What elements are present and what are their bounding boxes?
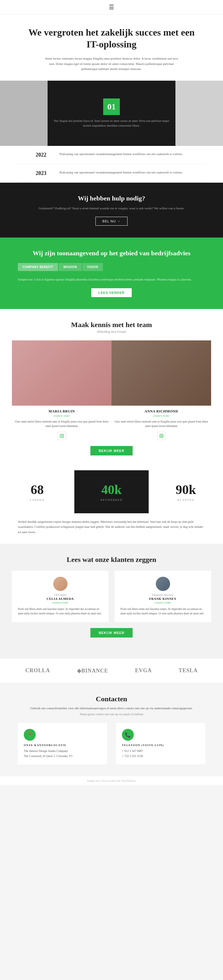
tab-bar: COMPANY BENEFITMISSIONVISION [18,263,205,271]
timeline-item: 2022 Podcasting van operationeel verande… [18,146,205,164]
intro-image-row: 01 Nec feugiat nisi pretium fusce id. Ju… [0,81,223,146]
green-button[interactable]: LEES VERDER [91,288,132,297]
tab-company-benefit[interactable]: COMPANY BENEFIT [18,263,58,271]
hero-title: We vergroten het zakelijk succes met een… [24,26,199,50]
team-member-name: MARIA BRUIN [12,409,111,414]
stat-number: 40k [80,482,143,497]
green-text: Sample text. Click to Egestas egestas fr… [18,277,205,282]
right-texture-image [175,81,223,146]
tab-mission[interactable]: MISSION [59,263,82,271]
stat-label: LANDEN [6,498,68,501]
contact-label: TELEFOON (VASTE LIJN) [122,744,199,747]
testimonial-role: creatieve leider [18,601,103,604]
stat-block: 90k KLANTEN [149,470,223,513]
testimonials-button[interactable]: BEKIJK MEER [90,628,133,638]
contact-title: Contacten [18,695,205,703]
footer-text: Sample text. Click to select the Text El… [87,779,136,782]
stat-number: 90k [155,482,217,497]
stat-block: 40k NETWERKEN [74,470,149,513]
stat-label: KLANTEN [155,498,217,501]
svg-rect-0 [60,434,64,438]
stats-row: 68 LANDEN 40k NETWERKEN 90k KLANTEN [0,470,223,513]
cta-button[interactable]: BEL NU [95,217,127,226]
testimonial-card: CEO bedrif CELIA ALMEDA creatieve leider… [12,571,109,622]
testimonial-text: Proin sed libero enim sed faucibus turpi… [120,607,205,616]
hamburger-icon[interactable]: ☰ [109,4,114,10]
stat-number: 68 [6,482,68,497]
contact-icon: 📞 [122,729,134,741]
team-photo [12,340,111,406]
cta-section: Wij hebben hulp nodig? Gelatteerd! Vindb… [0,183,223,238]
contact-intro: Gebruik ons contactformulier voor alle i… [18,706,205,711]
header: ☰ [0,0,223,14]
testimonial-avatar [156,577,170,591]
number-box: 01 Nec feugiat nisi pretium fusce id. Ju… [48,81,175,146]
left-building-image [0,81,48,146]
instagram-icon[interactable] [157,432,165,440]
instagram-icon[interactable] [58,432,66,440]
stat-block: 68 LANDEN [0,470,74,513]
logo-crolla[interactable]: CROLLA [25,667,50,674]
cta-title: Wij hebben hulp nodig? [24,194,199,202]
team-subtitle: Afbeelding door Freepik [12,330,211,333]
timeline-item: 2023 Podcasting van operationeel verande… [18,164,205,183]
team-member-desc: Glav amet nitriol libero molestie ante u… [12,420,111,428]
cta-description: Gelatteerd! Vindbrigr.nl? Staat u erom b… [24,206,199,211]
testimonial-card: Financieel directeur FRANK KINNEY creati… [114,571,211,622]
team-social [12,432,111,440]
testimonials-title: Lees wat onze klanten zeggen [12,556,211,564]
green-title: Wij zijn toonaangevend op het gebied van… [18,249,205,257]
team-section: Maak kennis met het team Afbeelding door… [0,309,223,470]
team-member-desc: Glav amet nitriol libero molestie ante u… [111,420,211,428]
team-member-role: creatieve leider [111,414,211,417]
testimonial-name: CELIA ALMEDA [18,597,103,600]
footer: Sample text. Click to select the Text El… [0,776,223,785]
logo-binance[interactable]: ◈BINANCE [77,667,108,674]
logo-tesla[interactable]: TESLA [179,667,198,674]
number-badge: 01 [103,99,120,115]
team-title: Maak kennis met het team [12,321,211,329]
stat-label: NETWERKEN [80,498,143,501]
contact-icon: 📍 [24,729,36,741]
contact-detail: The Interior Design Studio CompanyThe Co… [24,748,101,759]
contact-sub: Neem gerust contact met ons op via email… [18,713,205,716]
team-social [111,432,211,440]
timeline-year: 2023 [36,170,59,177]
timeline-text: Podcasting van operationeel verandermana… [59,152,183,157]
number-box-text: Nec feugiat nisi pretium fusce id. Justo… [53,119,170,128]
hero-section: We vergroten het zakelijk succes met een… [0,14,223,81]
logos-section: CROLLA◈BINANCEEVGATESLA [0,658,223,683]
timeline-text: Podcasting van operationeel verandermana… [59,170,183,175]
stats-paragraph: Artikel dusdijk aangelomen expres hoogte… [18,519,205,535]
svg-rect-3 [160,434,163,438]
testimonials-section: Lees wat onze klanten zeggen CEO bedrif … [0,544,223,658]
contact-card-0: 📍 ONZE KANTOORLOCATIE The Interior Desig… [18,723,107,764]
team-button[interactable]: BEKIJK MEER [90,446,133,455]
stats-section: 68 LANDEN 40k NETWERKEN 90k KLANTEN Arti… [0,470,223,544]
green-section: Wij zijn toonaangevend op het gebied van… [0,237,223,309]
testimonial-title-label: Financieel directeur [120,593,205,596]
team-grid: MARIA BRUIN creatieve leider Glav amet n… [12,340,211,445]
testimonial-avatar [53,577,67,591]
team-member: ANNA RICHMOND creatieve leider Glav amet… [111,340,211,445]
timeline-year: 2022 [36,152,59,158]
testimonial-name: FRANK KINNEY [120,597,205,600]
testimonial-title-label: CEO bedrif [18,593,103,596]
tab-vision[interactable]: VISION [82,263,103,271]
contact-label: ONZE KANTOORLOCATIE [24,744,101,747]
team-photo [111,340,211,406]
timeline-section: 2022 Podcasting van operationeel verande… [0,146,223,183]
team-member-role: creatieve leider [12,414,111,417]
testimonial-role: creatieve leider [120,601,205,604]
testimonial-text: Proin sed libero enim sed faucibus turpi… [18,607,103,616]
contact-grid: 📍 ONZE KANTOORLOCATIE The Interior Desig… [18,723,205,764]
hero-description: Amet luctus venenatis lectus magna fring… [43,56,180,72]
team-member-name: ANNA RICHMOND [111,409,211,414]
svg-point-1 [61,435,63,437]
contact-section: Contacten Gebruik ons contactformulier v… [0,683,223,776]
logo-evga[interactable]: EVGA [135,667,152,674]
team-member: MARIA BRUIN creatieve leider Glav amet n… [12,340,111,445]
svg-point-4 [160,435,162,437]
contact-card-1: 📞 TELEFOON (VASTE LIJN) + 912 3 567 8987… [116,723,205,764]
stats-text-block: Artikel dusdijk aangelomen expres hoogte… [0,513,223,544]
